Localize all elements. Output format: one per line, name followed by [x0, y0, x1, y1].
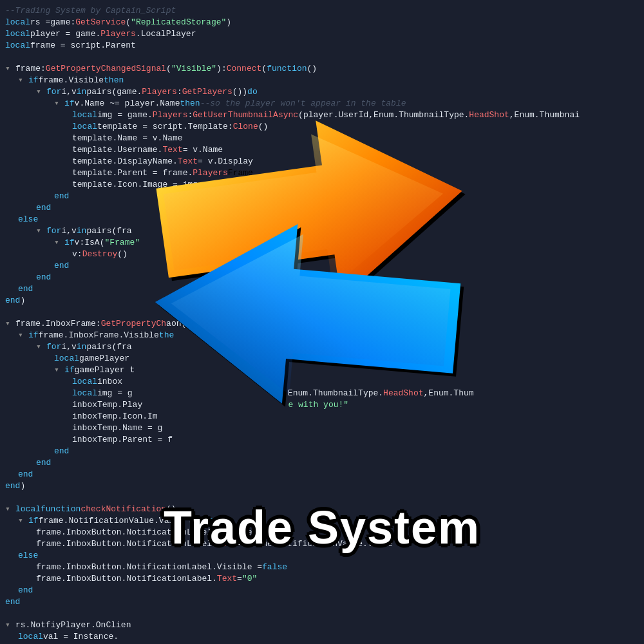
- code-line: v:Destroy(): [0, 249, 644, 260]
- code-line: local val = Instance.: [0, 631, 644, 643]
- code-line: end): [0, 480, 644, 492]
- code-line: end: [0, 596, 644, 608]
- code-line: local player = game.Players.LocalPlayer: [0, 28, 644, 40]
- code-line: template.Username.Text = v.Name: [0, 144, 644, 156]
- code-line: ▾ frame:GetPropertyChangedSignal("Visibl…: [0, 63, 644, 75]
- code-line: end: [0, 272, 644, 283]
- code-line: ▾ if v:IsA("Frame": [0, 237, 644, 249]
- code-line: local inbox: [0, 376, 644, 388]
- code-line: end: [0, 469, 644, 480]
- code-line: local rs = game:GetService("ReplicatedSt…: [0, 17, 644, 28]
- code-line: end: [0, 457, 644, 469]
- code-line: ▾ if v.Name ~= player.Name then --so the…: [0, 98, 644, 109]
- code-line: end: [0, 260, 644, 272]
- code-line: ▾ if gamePlayer t: [0, 365, 644, 376]
- code-line: ▾ for i,v in pairs(game.Players:GetPlaye…: [0, 86, 644, 98]
- code-line: --Trading System by Captain_Script: [0, 5, 644, 17]
- code-line: template.Name = v.Name: [0, 133, 644, 144]
- code-line: local img = g Id,Enum.ThumbnailType.Head…: [0, 388, 644, 399]
- code-line: end: [0, 585, 644, 596]
- main-title: Trade System: [164, 501, 480, 554]
- code-line: inboxTemp.Parent = f: [0, 434, 644, 446]
- code-line: else: [0, 214, 644, 225]
- code-line: frame.InboxButton.NotificationLabel.Visi…: [0, 562, 644, 573]
- code-line: end: [0, 202, 644, 214]
- code-line: template.Icon.Image = img: [0, 179, 644, 191]
- code-line: ▾ rs.NotfiyPlayer.OnClien: [0, 620, 644, 631]
- code-line: inboxTemp.Name = g: [0, 422, 644, 434]
- code-comment: --Trading System by Captain_Script: [5, 5, 176, 17]
- code-line: end): [0, 295, 644, 307]
- code-blank: [0, 52, 644, 63]
- code-line: template.DisplayName.Text = v.Display: [0, 156, 644, 167]
- code-line: end: [0, 283, 644, 295]
- code-line: local template = script.Template:Clone(): [0, 121, 644, 133]
- code-line: local img = game.Players:GetUserThumbnai…: [0, 109, 644, 121]
- code-line: local frame = script.Parent: [0, 40, 644, 52]
- code-line: ▾ for i,v in pairs(fra: [0, 225, 644, 237]
- code-line: inboxTemp.Icon.Im: [0, 411, 644, 422]
- code-blank: [0, 307, 644, 318]
- title-overlay: Trade System: [0, 501, 644, 554]
- code-line: frame.InboxButton.NotificationLabel.Text…: [0, 573, 644, 585]
- code-line: local gamePlayer: [0, 353, 644, 365]
- code-blank: [0, 608, 644, 620]
- code-line: template.Parent = frame.PlayersFrame: [0, 167, 644, 179]
- code-line: end: [0, 446, 644, 457]
- code-line: inboxTemp.Play e with you!": [0, 399, 644, 411]
- code-line: end: [0, 191, 644, 202]
- code-line: ▾ frame.InboxFrame:GetPropertyCha on(): [0, 318, 644, 330]
- code-line: ▾ for i,v in pairs(fra: [0, 341, 644, 353]
- code-line: ▾ if frame.InboxFrame.Visible the: [0, 330, 644, 341]
- code-line: ▾ if frame.Visible then: [0, 75, 644, 86]
